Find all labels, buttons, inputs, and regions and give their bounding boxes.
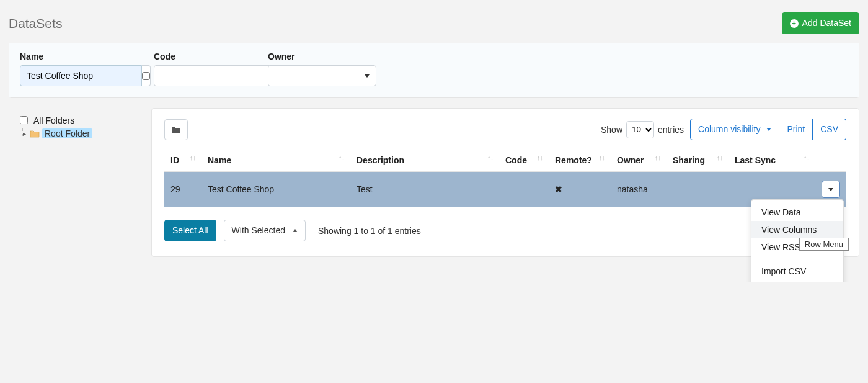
with-selected-button[interactable]: With Selected — [224, 220, 306, 241]
chevron-down-icon — [365, 74, 370, 78]
entries-label: entries — [658, 125, 684, 135]
col-sharing[interactable]: Sharing↑↓ — [666, 149, 728, 172]
col-owner[interactable]: Owner↑↓ — [611, 149, 666, 172]
cell-sharing — [666, 172, 728, 207]
filter-code-label: Code — [154, 52, 259, 61]
tree-node-root[interactable]: ▸ Root Folder — [32, 128, 148, 138]
row-menu-tooltip: Row Menu — [799, 238, 849, 251]
add-dataset-button[interactable]: + Add DataSet — [782, 12, 859, 34]
cell-code — [499, 172, 549, 207]
chevron-down-icon — [828, 188, 833, 191]
sort-icon: ↑↓ — [717, 155, 722, 160]
page-size-select[interactable]: 10 — [626, 121, 654, 138]
tree-root-label: Root Folder — [42, 128, 92, 138]
table-info: Showing 1 to 1 of 1 entries — [318, 226, 421, 236]
filter-owner-select[interactable] — [268, 65, 376, 86]
filter-code-input[interactable] — [154, 65, 276, 86]
chevron-down-icon — [766, 128, 771, 131]
col-description[interactable]: Description↑↓ — [350, 149, 499, 172]
row-menu-item[interactable]: Copy — [751, 280, 843, 282]
sort-icon: ↑↓ — [804, 155, 809, 160]
row-menu-item[interactable]: View Data — [751, 204, 843, 221]
filter-owner-label: Owner — [268, 52, 376, 61]
plus-circle-icon: + — [790, 19, 799, 28]
col-id[interactable]: ID↑↓ — [164, 149, 202, 172]
add-dataset-label: Add DataSet — [802, 17, 851, 30]
col-code[interactable]: Code↑↓ — [499, 149, 549, 172]
filter-name-checkbox[interactable] — [142, 72, 150, 80]
select-all-button[interactable]: Select All — [164, 220, 216, 241]
all-folders-text: All Folders — [33, 115, 74, 125]
chevron-up-icon — [293, 229, 298, 232]
sort-icon: ↑↓ — [655, 155, 660, 160]
folder-tool-button[interactable] — [164, 119, 188, 140]
col-lastsync[interactable]: Last Sync↑↓ — [728, 149, 815, 172]
x-icon: ✖ — [555, 184, 562, 194]
cell-remote: ✖ — [549, 172, 611, 207]
row-menu-item[interactable]: Import CSV — [751, 263, 843, 280]
all-folders-checkbox-label[interactable]: All Folders — [17, 114, 148, 126]
cell-id: 29 — [164, 172, 202, 207]
show-label: Show — [601, 125, 622, 135]
filter-name-input[interactable] — [20, 65, 142, 86]
datasets-table: ID↑↓ Name↑↓ Description↑↓ Code↑↓ Remote?… — [164, 149, 846, 207]
filter-name-label: Name — [20, 52, 145, 61]
row-menu-button[interactable] — [822, 181, 840, 198]
sort-icon: ↑↓ — [190, 155, 195, 160]
filter-name-checkbox-wrap[interactable] — [142, 65, 151, 86]
csv-button[interactable]: CSV — [813, 119, 846, 140]
print-button[interactable]: Print — [779, 119, 813, 140]
page-title: DataSets — [9, 16, 62, 31]
cell-description: Test — [350, 172, 499, 207]
tree-expand-icon[interactable]: ▸ — [23, 130, 26, 137]
folder-icon — [30, 129, 40, 138]
table-row[interactable]: 29 Test Coffee Shop Test ✖ natasha — [164, 172, 846, 207]
all-folders-checkbox[interactable] — [20, 116, 28, 124]
sort-icon: ↑↓ — [599, 155, 604, 160]
column-visibility-button[interactable]: Column visibility — [690, 119, 779, 140]
sort-icon: ↑↓ — [487, 155, 493, 160]
sort-icon: ↑↓ — [339, 155, 344, 160]
col-name[interactable]: Name↑↓ — [202, 149, 350, 172]
cell-name: Test Coffee Shop — [202, 172, 350, 207]
row-menu-item[interactable]: View Columns — [751, 221, 843, 238]
cell-owner: natasha — [611, 172, 666, 207]
sort-icon: ↑↓ — [537, 155, 542, 160]
col-remote[interactable]: Remote?↑↓ — [549, 149, 611, 172]
folder-icon — [171, 125, 181, 134]
